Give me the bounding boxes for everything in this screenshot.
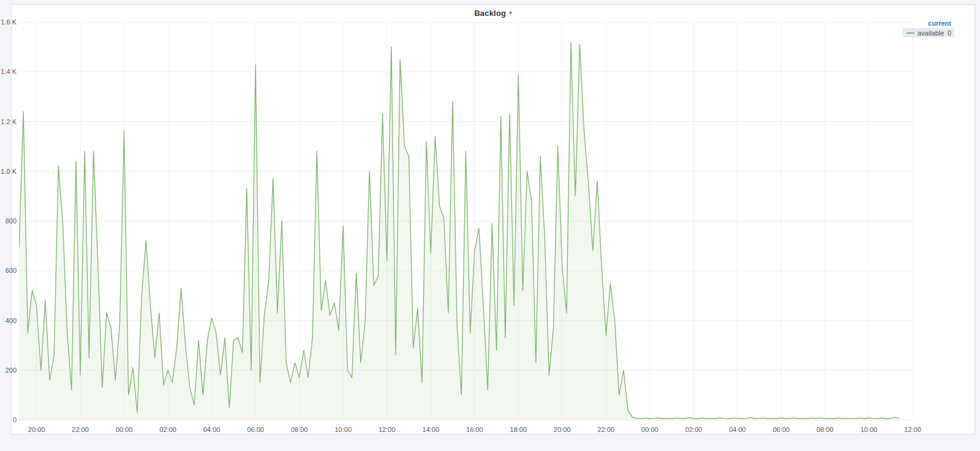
y-axis-label: 1.6 K (0, 19, 17, 26)
x-axis-label: 22:00 (592, 427, 619, 433)
legend: current available0 (903, 18, 954, 37)
panel-header[interactable]: Backlog ▾ (12, 5, 974, 21)
x-axis-label: 02:00 (680, 427, 707, 433)
x-axis-label: 22:00 (67, 427, 94, 433)
x-axis-label: 08:00 (812, 427, 839, 433)
legend-header-current[interactable]: current (903, 18, 954, 28)
x-axis-label: 10:00 (855, 427, 882, 433)
legend-row: available0 (903, 28, 954, 37)
x-axis-label: 00:00 (111, 427, 138, 433)
x-axis-label: 20:00 (549, 427, 576, 433)
legend-series-current-value: 0 (948, 29, 951, 37)
time-series-plot[interactable]: 02004006008001.0 K1.2 K1.4 K1.6 K20:0022… (19, 22, 913, 420)
x-axis-label: 04:00 (724, 427, 751, 433)
y-axis-label: 1.4 K (0, 69, 17, 75)
y-axis-label: 200 (0, 367, 17, 374)
x-axis-label: 12:00 (374, 427, 401, 433)
x-axis-label: 14:00 (417, 427, 444, 433)
x-axis-label: 18:00 (505, 427, 532, 433)
y-axis-label: 800 (0, 218, 17, 225)
x-axis-label: 06:00 (767, 427, 794, 433)
x-axis-label: 16:00 (461, 427, 488, 433)
x-axis-label: 08:00 (286, 427, 313, 433)
y-axis-label: 1.2 K (0, 119, 17, 125)
legend-series-swatch-icon (907, 32, 914, 34)
x-axis-label: 00:00 (636, 427, 663, 433)
legend-series-label[interactable]: available (918, 29, 948, 37)
backlog-panel: Backlog ▾ 02004006008001.0 K1.2 K1.4 K1.… (11, 4, 975, 434)
x-axis-label: 06:00 (242, 427, 269, 433)
x-axis-label: 20:00 (23, 427, 50, 433)
x-axis-label: 10:00 (330, 427, 356, 433)
y-axis-label: 0 (0, 417, 17, 423)
x-axis-label: 02:00 (154, 427, 181, 433)
series-svg (19, 22, 913, 420)
y-axis-label: 400 (0, 318, 17, 324)
chevron-down-icon: ▾ (509, 10, 512, 16)
y-axis-label: 600 (0, 267, 17, 274)
y-axis-label: 1.0 K (0, 168, 17, 175)
panel-title[interactable]: Backlog (474, 9, 506, 18)
x-axis-label: 12:00 (899, 427, 926, 433)
x-axis-label: 04:00 (198, 427, 225, 433)
